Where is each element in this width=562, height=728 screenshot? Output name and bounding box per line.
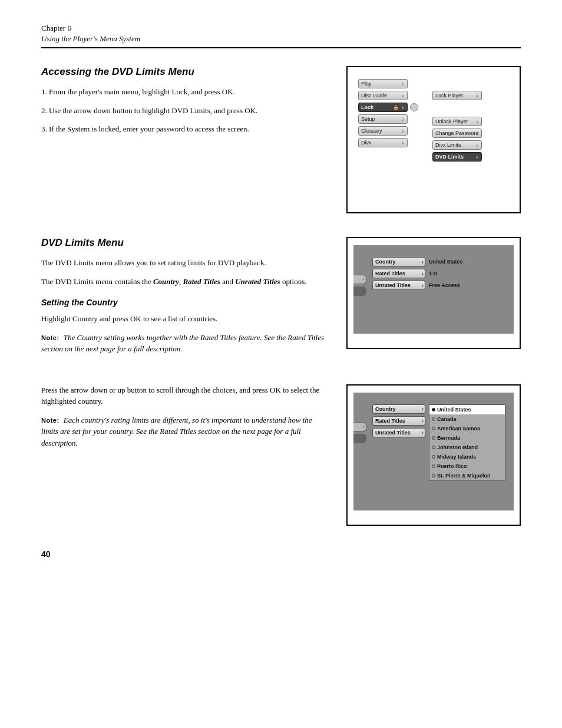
side-tab-1[interactable]	[353, 422, 366, 431]
submenu-divx-limits[interactable]: Divx Limits›	[432, 140, 482, 150]
section-title-dvd-limits-menu: DVD Limits Menu	[41, 237, 329, 249]
submenu-unlock-player[interactable]: Unlock Player›	[432, 117, 482, 126]
step-1: 1. From the player's main menu, highligh…	[49, 86, 329, 98]
chevron-right-icon: ›	[474, 154, 480, 160]
chevron-right-icon: ›	[474, 118, 480, 124]
country-item-puerto-rico[interactable]: Puerto Rico	[429, 462, 505, 471]
menu-disc-guide[interactable]: Disc Guide›	[358, 91, 408, 100]
chevron-right-icon: ›	[422, 429, 424, 436]
value-unrated: Free Access	[429, 282, 460, 288]
subheading-setting-country: Setting the Country	[41, 298, 329, 307]
option-unrated-titles[interactable]: Unrated Titles›	[372, 428, 425, 437]
figure-dvd-limits-menu: Country› United States Rated Titles› 1 G…	[346, 237, 521, 349]
page-header: Chapter 6 Using the Player's Menu System	[41, 24, 521, 48]
note-label: Note:	[41, 417, 59, 424]
chevron-right-icon: ›	[400, 116, 406, 122]
lock-icon: 🔒	[393, 105, 399, 110]
para-dvd-limits-desc: The DVD Limits menu allows you to set ra…	[41, 257, 329, 269]
connector-circle-icon	[410, 103, 418, 111]
figure-lock-menu: Play› Disc Guide› Lock🔒› Setup› Glossary…	[346, 66, 521, 213]
menu-glossary[interactable]: Glossary›	[358, 126, 408, 136]
submenu-dvd-limits[interactable]: DVD Limits›	[432, 152, 482, 162]
para-scroll-countries: Press the arrow down or up button to scr…	[41, 384, 329, 407]
country-item-johnston[interactable]: Johnston Island	[429, 443, 505, 452]
country-item-midway[interactable]: Midway Islands	[429, 452, 505, 462]
country-item-st-pierre[interactable]: St. Pierre & Miquelon	[429, 471, 505, 480]
chapter-title: Using the Player's Menu System	[41, 34, 521, 44]
radio-icon	[432, 417, 435, 421]
lock-submenu-column: Lock Player› Unlock Player› Change Passw…	[432, 91, 482, 162]
side-tab-2[interactable]	[353, 434, 366, 443]
side-tabs	[353, 422, 366, 499]
country-item-us[interactable]: United States	[429, 405, 505, 414]
radio-icon	[432, 455, 435, 459]
side-tab-2[interactable]	[353, 286, 366, 296]
radio-icon	[432, 446, 435, 449]
radio-icon	[432, 474, 435, 477]
para-dvd-limits-options: The DVD Limits menu contains the Country…	[41, 276, 329, 288]
chevron-right-icon: ›	[422, 406, 424, 412]
chevron-right-icon: ›	[422, 271, 424, 277]
note-rating-limits: Note: Each country's rating limits are d…	[41, 414, 329, 449]
chevron-right-icon: ›	[400, 104, 406, 110]
submenu-change-password[interactable]: Change Password›	[432, 129, 482, 138]
note-country-setting: Note: The Country setting works together…	[41, 332, 329, 355]
chevron-right-icon: ›	[422, 259, 424, 265]
note-label: Note:	[41, 334, 59, 341]
option-rated-titles[interactable]: Rated Titles›	[372, 416, 425, 426]
option-country[interactable]: Country›	[372, 257, 425, 266]
main-menu-column: Play› Disc Guide› Lock🔒› Setup› Glossary…	[358, 79, 418, 162]
step-3: 3. If the System is locked, enter your p…	[49, 123, 329, 135]
option-rated-titles[interactable]: Rated Titles›	[372, 269, 425, 278]
value-country: United States	[429, 259, 463, 265]
menu-divx[interactable]: Divx›	[358, 138, 408, 147]
para-highlight-country: Highlight Country and press OK to see a …	[41, 313, 329, 325]
submenu-lock-player[interactable]: Lock Player›	[432, 91, 482, 100]
menu-play[interactable]: Play›	[358, 79, 408, 88]
radio-icon	[432, 408, 435, 411]
radio-icon	[432, 465, 435, 468]
page-number: 40	[41, 549, 521, 559]
option-country[interactable]: Country›	[372, 404, 425, 414]
country-item-canada[interactable]: Canada	[429, 414, 505, 424]
country-item-bermuda[interactable]: Bermuda	[429, 433, 505, 443]
value-rated: 1 G	[429, 271, 438, 276]
side-tab-1[interactable]	[353, 275, 366, 284]
menu-setup[interactable]: Setup›	[358, 114, 408, 124]
chevron-right-icon: ›	[400, 140, 406, 146]
country-dropdown-list[interactable]: United States Canada American Samoa Berm…	[429, 404, 505, 481]
chevron-right-icon: ›	[474, 93, 480, 98]
chevron-right-icon: ›	[474, 130, 480, 136]
chapter-number: Chapter 6	[41, 24, 521, 33]
chevron-right-icon: ›	[400, 81, 406, 87]
chevron-right-icon: ›	[422, 282, 424, 289]
step-2: 2. Use the arrow down button to highligh…	[49, 105, 329, 117]
option-unrated-titles[interactable]: Unrated Titles›	[372, 281, 425, 290]
chevron-right-icon: ›	[422, 417, 424, 424]
country-item-american-samoa[interactable]: American Samoa	[429, 424, 505, 433]
side-tabs	[353, 275, 366, 322]
chevron-right-icon: ›	[400, 128, 406, 134]
menu-lock[interactable]: Lock🔒›	[358, 103, 408, 112]
chevron-right-icon: ›	[400, 93, 406, 98]
chevron-right-icon: ›	[474, 142, 480, 148]
radio-icon	[432, 427, 435, 430]
section-title-dvd-limits-access: Accessing the DVD Limits Menu	[41, 66, 329, 78]
radio-icon	[432, 436, 435, 440]
figure-country-list: Country› Rated Titles› Unrated Titles› U…	[346, 384, 521, 526]
